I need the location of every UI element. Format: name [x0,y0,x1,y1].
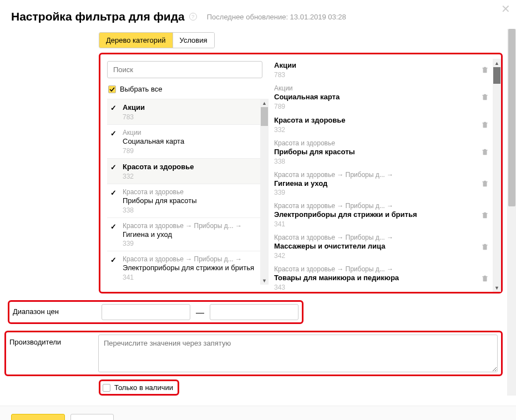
selected-item-breadcrumb: Красота и здоровье → Приборы д... → [274,171,429,179]
selected-item-count: 342 [274,252,491,260]
tree-item-count: 338 [123,206,262,214]
tree-item[interactable]: ✓Красота и здоровье → Приборы д... →Гиги… [107,217,262,251]
trash-icon[interactable] [481,242,489,252]
tree-item-name: Социальная карта [123,137,262,146]
page-scrollbar[interactable] [507,29,516,396]
close-icon[interactable]: ✕ [501,2,510,16]
manufacturers-input[interactable] [98,335,498,372]
tree-item[interactable]: ✓АкцииСоциальная карта789 [107,124,262,158]
trash-icon[interactable] [481,93,489,103]
tree-item-name: Красота и здоровье [123,163,262,172]
selected-item-name: Приборы для красоты [274,148,491,157]
in-stock-row: Только в наличии [99,379,179,396]
tree-item-name: Приборы для красоты [123,196,262,206]
tree-item[interactable]: ✓Акции783 [107,99,262,124]
tree-item[interactable]: ✓Красота и здоровьеПриборы для красоты33… [107,184,262,217]
last-updated: Последнее обновление: 13.01.2019 03:28 [207,13,346,21]
selected-item: Красота и здоровье → Приборы д... →Масса… [274,231,491,263]
tree-item-breadcrumb: Красота и здоровье → Приборы д... → [123,222,256,230]
tree-item[interactable]: ✓Красота и здоровье332 [107,158,262,184]
checkbox-checked-icon [108,85,116,93]
selected-item-breadcrumb: Красота и здоровье → Приборы д... → [274,265,429,273]
selected-item: Красота и здоровье → Приборы д... →Товар… [274,263,491,292]
tree-item-name: Гигиена и уход [123,230,262,240]
price-range-row: Диапазон цен — [8,300,303,324]
check-icon: ✓ [110,164,117,171]
check-icon: ✓ [110,130,117,137]
trash-icon[interactable] [481,211,489,220]
scroll-up-icon[interactable]: ▲ [493,59,501,67]
tabs: Дерево категорий Условия [99,32,215,48]
tree-item-count: 783 [123,113,262,121]
price-dash: — [196,307,204,317]
check-icon: ✓ [110,189,117,196]
save-button[interactable]: Сохранить [11,414,65,420]
trash-icon[interactable] [481,180,489,189]
trash-icon[interactable] [481,274,489,284]
selected-item: Красота и здоровье332 [274,114,491,137]
tree-item-count: 339 [123,240,262,247]
selected-item-name: Красота и здоровье [274,116,491,125]
price-to-input[interactable] [210,304,299,320]
selected-list: Акции783АкцииСоциальная карта789Красота … [274,59,501,292]
tree-item-name: Акции [123,103,262,113]
selected-item-count: 783 [274,71,491,79]
trash-icon[interactable] [481,148,489,158]
selected-item: АкцииСоциальная карта789 [274,82,491,114]
selected-item-breadcrumb: Красота и здоровье → Приборы д... → [274,234,429,241]
selected-item-breadcrumb: Акции [274,84,429,92]
selected-scrollbar[interactable]: ▲▼ [493,59,501,292]
scroll-down-icon[interactable]: ▼ [260,276,269,285]
scroll-down-icon[interactable]: ▼ [493,284,501,292]
selected-item-breadcrumb: Красота и здоровье [274,139,429,147]
scroll-up-icon[interactable]: ▲ [260,99,269,107]
trash-icon[interactable] [481,65,489,75]
selected-item-count: 332 [274,126,491,134]
search-input[interactable] [107,61,262,78]
scrollbar-thumb[interactable] [493,67,500,84]
manufacturers-row: Производители [4,331,503,376]
selected-item-count: 338 [274,158,491,165]
tree-item-count: 341 [123,274,262,281]
selected-item-name: Акции [274,61,491,70]
tab-category-tree[interactable]: Дерево категорий [99,33,173,48]
select-all-checkbox[interactable]: Выбрать все [108,85,269,93]
tree-item-count: 332 [123,173,262,180]
cancel-button[interactable]: Отмена [70,414,114,420]
selected-item: Красота и здоровье → Приборы д... →Гигие… [274,169,491,200]
category-tree: ✓Акции783✓АкцииСоциальная карта789✓Красо… [107,99,269,285]
price-from-input[interactable] [102,304,190,320]
check-icon: ✓ [110,256,117,264]
tree-item-breadcrumb: Красота и здоровье [123,188,256,196]
scrollbar-thumb[interactable] [508,29,515,206]
selected-item-name: Массажеры и очистители лица [274,242,491,251]
selected-item-count: 789 [274,103,491,110]
selected-item-count: 339 [274,189,491,196]
selected-item: Акции783 [274,59,491,82]
tree-item-count: 789 [123,147,262,155]
trash-icon[interactable] [481,120,489,130]
scrollbar-thumb[interactable] [261,107,268,126]
selected-item-name: Гигиена и уход [274,179,491,189]
category-picker: Выбрать все ✓Акции783✓АкцииСоциальная ка… [99,53,503,294]
manufacturers-label: Производители [9,335,98,346]
in-stock-label: Только в наличии [114,383,173,392]
selected-item-name: Социальная карта [274,93,491,102]
page-title: Настройка фильтра для фида [11,10,185,23]
select-all-label: Выбрать все [120,85,162,93]
tab-conditions[interactable]: Условия [173,33,214,48]
selected-item: Красота и здоровье → Приборы д... →Элект… [274,200,491,231]
in-stock-checkbox[interactable] [103,384,110,392]
price-range-label: Диапазон цен [13,304,102,320]
selected-item-name: Электроприборы для стрижки и бритья [274,210,491,220]
tree-item[interactable]: ✓Красота и здоровье → Приборы д... →Элек… [107,251,262,285]
tree-item-name: Электроприборы для стрижки и бритья [123,264,262,273]
selected-item-count: 341 [274,220,491,228]
selected-item-name: Товары для маникюра и педикюра [274,274,491,283]
check-icon: ✓ [110,104,117,112]
tree-item-breadcrumb: Акции [123,129,256,136]
tree-item-breadcrumb: Красота и здоровье → Приборы д... → [123,255,256,263]
selected-item-breadcrumb: Красота и здоровье → Приборы д... → [274,202,429,210]
tree-scrollbar[interactable]: ▲▼ [260,99,269,285]
help-icon[interactable]: ? [189,13,197,21]
